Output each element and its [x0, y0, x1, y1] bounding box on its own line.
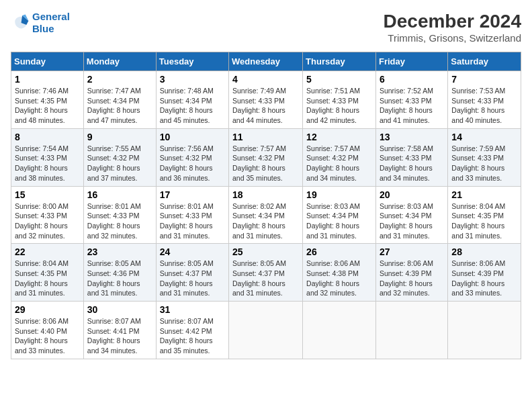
calendar-cell: 6 Sunrise: 7:52 AM Sunset: 4:33 PM Dayli…	[375, 71, 447, 129]
calendar-cell: 14 Sunrise: 7:59 AM Sunset: 4:33 PM Dayl…	[448, 128, 521, 186]
logo: General Blue	[11, 11, 70, 35]
calendar-cell: 7 Sunrise: 7:53 AM Sunset: 4:33 PM Dayli…	[448, 71, 521, 129]
calendar-cell: 11 Sunrise: 7:57 AM Sunset: 4:32 PM Dayl…	[229, 128, 303, 186]
calendar-cell: 5 Sunrise: 7:51 AM Sunset: 4:33 PM Dayli…	[303, 71, 376, 129]
day-number: 10	[160, 132, 225, 142]
day-info: Sunrise: 8:00 AM Sunset: 4:33 PM Dayligh…	[15, 201, 80, 241]
day-number: 31	[160, 304, 225, 315]
calendar-cell: 16 Sunrise: 8:01 AM Sunset: 4:33 PM Dayl…	[83, 186, 156, 244]
day-number: 18	[232, 189, 299, 200]
day-info: Sunrise: 8:06 AM Sunset: 4:39 PM Dayligh…	[451, 259, 517, 298]
day-number: 15	[15, 189, 80, 200]
day-number: 25	[232, 246, 299, 257]
calendar-cell: 3 Sunrise: 7:48 AM Sunset: 4:34 PM Dayli…	[156, 71, 228, 129]
day-info: Sunrise: 7:57 AM Sunset: 4:32 PM Dayligh…	[232, 144, 299, 183]
day-number: 24	[160, 246, 225, 257]
day-number: 5	[306, 74, 372, 85]
day-info: Sunrise: 7:58 AM Sunset: 4:33 PM Dayligh…	[380, 144, 444, 183]
day-number: 12	[306, 132, 372, 142]
day-number: 28	[451, 246, 517, 257]
day-number: 7	[451, 74, 517, 85]
calendar-cell: 30 Sunrise: 8:07 AM Sunset: 4:41 PM Dayl…	[83, 302, 156, 359]
main-title: December 2024	[384, 11, 521, 32]
calendar-week-row: 1 Sunrise: 7:46 AM Sunset: 4:35 PM Dayli…	[11, 71, 521, 129]
day-info: Sunrise: 8:06 AM Sunset: 4:39 PM Dayligh…	[380, 259, 444, 298]
calendar-cell: 13 Sunrise: 7:58 AM Sunset: 4:33 PM Dayl…	[375, 128, 447, 186]
calendar-cell: 18 Sunrise: 8:02 AM Sunset: 4:34 PM Dayl…	[229, 186, 303, 244]
calendar-cell: 9 Sunrise: 7:55 AM Sunset: 4:32 PM Dayli…	[83, 128, 156, 186]
day-number: 14	[451, 132, 517, 142]
day-info: Sunrise: 8:01 AM Sunset: 4:33 PM Dayligh…	[160, 201, 225, 241]
calendar-cell: 26 Sunrise: 8:06 AM Sunset: 4:38 PM Dayl…	[303, 244, 376, 302]
calendar-cell: 19 Sunrise: 8:03 AM Sunset: 4:34 PM Dayl…	[303, 186, 376, 244]
day-number: 20	[380, 189, 444, 200]
logo-text: General Blue	[32, 11, 70, 35]
header-sunday: Sunday	[11, 52, 84, 71]
calendar-cell: 27 Sunrise: 8:06 AM Sunset: 4:39 PM Dayl…	[375, 244, 447, 302]
header-thursday: Thursday	[303, 52, 376, 71]
calendar-week-row: 15 Sunrise: 8:00 AM Sunset: 4:33 PM Dayl…	[11, 186, 521, 244]
logo-line1: General	[32, 11, 70, 22]
day-info: Sunrise: 8:02 AM Sunset: 4:34 PM Dayligh…	[232, 201, 299, 241]
calendar-cell	[229, 302, 303, 359]
logo-icon	[11, 13, 30, 32]
day-info: Sunrise: 7:48 AM Sunset: 4:34 PM Dayligh…	[160, 86, 225, 126]
day-info: Sunrise: 7:55 AM Sunset: 4:32 PM Dayligh…	[87, 144, 152, 183]
day-info: Sunrise: 8:04 AM Sunset: 4:35 PM Dayligh…	[15, 259, 80, 298]
day-info: Sunrise: 8:04 AM Sunset: 4:35 PM Dayligh…	[451, 201, 517, 241]
day-info: Sunrise: 7:54 AM Sunset: 4:33 PM Dayligh…	[15, 144, 80, 183]
day-info: Sunrise: 7:52 AM Sunset: 4:33 PM Dayligh…	[380, 86, 444, 126]
calendar-week-row: 22 Sunrise: 8:04 AM Sunset: 4:35 PM Dayl…	[11, 244, 521, 302]
calendar-cell: 1 Sunrise: 7:46 AM Sunset: 4:35 PM Dayli…	[11, 71, 84, 129]
calendar-cell	[448, 302, 521, 359]
calendar-cell: 12 Sunrise: 7:57 AM Sunset: 4:32 PM Dayl…	[303, 128, 376, 186]
calendar-cell: 23 Sunrise: 8:05 AM Sunset: 4:36 PM Dayl…	[83, 244, 156, 302]
calendar-table: SundayMondayTuesdayWednesdayThursdayFrid…	[11, 52, 521, 359]
day-number: 13	[380, 132, 444, 142]
calendar-cell: 20 Sunrise: 8:03 AM Sunset: 4:34 PM Dayl…	[375, 186, 447, 244]
header-tuesday: Tuesday	[156, 52, 228, 71]
day-number: 8	[15, 132, 80, 142]
day-number: 1	[15, 74, 80, 85]
header-saturday: Saturday	[448, 52, 521, 71]
day-info: Sunrise: 8:03 AM Sunset: 4:34 PM Dayligh…	[306, 201, 372, 241]
day-number: 26	[306, 246, 372, 257]
calendar-cell: 10 Sunrise: 7:56 AM Sunset: 4:32 PM Dayl…	[156, 128, 228, 186]
day-number: 2	[87, 74, 152, 85]
day-info: Sunrise: 7:59 AM Sunset: 4:33 PM Dayligh…	[451, 144, 517, 183]
calendar-cell: 2 Sunrise: 7:47 AM Sunset: 4:34 PM Dayli…	[83, 71, 156, 129]
calendar-cell: 28 Sunrise: 8:06 AM Sunset: 4:39 PM Dayl…	[448, 244, 521, 302]
day-info: Sunrise: 8:05 AM Sunset: 4:36 PM Dayligh…	[87, 259, 152, 298]
day-number: 16	[87, 189, 152, 200]
calendar-cell	[303, 302, 376, 359]
logo-line2: Blue	[32, 23, 54, 34]
header-monday: Monday	[83, 52, 156, 71]
calendar-week-row: 8 Sunrise: 7:54 AM Sunset: 4:33 PM Dayli…	[11, 128, 521, 186]
day-number: 22	[15, 246, 80, 257]
subtitle: Trimmis, Grisons, Switzerland	[384, 32, 521, 44]
day-info: Sunrise: 7:53 AM Sunset: 4:33 PM Dayligh…	[451, 86, 517, 126]
calendar-cell: 25 Sunrise: 8:05 AM Sunset: 4:37 PM Dayl…	[229, 244, 303, 302]
day-info: Sunrise: 8:07 AM Sunset: 4:41 PM Dayligh…	[87, 316, 152, 356]
day-info: Sunrise: 8:07 AM Sunset: 4:42 PM Dayligh…	[160, 316, 225, 356]
day-number: 6	[380, 74, 444, 85]
calendar-cell: 29 Sunrise: 8:06 AM Sunset: 4:40 PM Dayl…	[11, 302, 84, 359]
day-number: 4	[232, 74, 299, 85]
day-info: Sunrise: 8:03 AM Sunset: 4:34 PM Dayligh…	[380, 201, 444, 241]
calendar-week-row: 29 Sunrise: 8:06 AM Sunset: 4:40 PM Dayl…	[11, 302, 521, 359]
day-number: 19	[306, 189, 372, 200]
day-info: Sunrise: 8:01 AM Sunset: 4:33 PM Dayligh…	[87, 201, 152, 241]
calendar-header-row: SundayMondayTuesdayWednesdayThursdayFrid…	[11, 52, 521, 71]
day-info: Sunrise: 7:46 AM Sunset: 4:35 PM Dayligh…	[15, 86, 80, 126]
day-info: Sunrise: 8:06 AM Sunset: 4:38 PM Dayligh…	[306, 259, 372, 298]
title-block: December 2024 Trimmis, Grisons, Switzerl…	[384, 11, 521, 44]
calendar-cell: 17 Sunrise: 8:01 AM Sunset: 4:33 PM Dayl…	[156, 186, 228, 244]
day-info: Sunrise: 7:47 AM Sunset: 4:34 PM Dayligh…	[87, 86, 152, 126]
day-info: Sunrise: 8:05 AM Sunset: 4:37 PM Dayligh…	[232, 259, 299, 298]
day-number: 9	[87, 132, 152, 142]
day-number: 27	[380, 246, 444, 257]
day-number: 17	[160, 189, 225, 200]
day-number: 23	[87, 246, 152, 257]
day-number: 30	[87, 304, 152, 315]
day-info: Sunrise: 7:57 AM Sunset: 4:32 PM Dayligh…	[306, 144, 372, 183]
